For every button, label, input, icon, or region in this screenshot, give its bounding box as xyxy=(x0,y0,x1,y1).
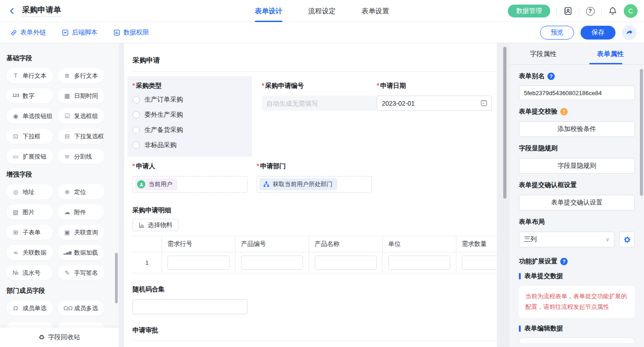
cell-input[interactable] xyxy=(388,256,450,270)
sidebar-item[interactable]: ☁附件 xyxy=(58,205,104,220)
table-cell xyxy=(162,252,236,273)
form-external-link-button[interactable]: 表单外链 xyxy=(10,28,46,37)
sidebar-item[interactable]: Ω成员单选 xyxy=(6,301,53,316)
help-badge-icon[interactable]: ? xyxy=(560,258,568,265)
separator xyxy=(556,7,557,15)
add-validation-button[interactable]: 添加校验条件 xyxy=(519,121,635,137)
approval-section-title: 申请审批 xyxy=(132,326,489,335)
form-design-canvas[interactable]: 采购申请 *采购类型 生产订单采购委外生产采购生产备货采购非标品采购 *采购申请… xyxy=(124,43,497,347)
field-random-code[interactable]: 随机码合集 xyxy=(132,285,497,314)
cell-input[interactable] xyxy=(167,256,230,270)
calendar-icon[interactable] xyxy=(480,99,488,107)
layout-settings-button[interactable] xyxy=(619,232,635,247)
department-chip: 获取当前用户所处部门 xyxy=(259,178,337,190)
sidebar-item[interactable]: ΩΩ成员多选 xyxy=(58,301,104,316)
sidebar-item[interactable]: ◉单选按钮组 xyxy=(6,108,53,124)
address-book-icon[interactable] xyxy=(563,6,573,16)
number-icon: 123 xyxy=(12,94,19,98)
sidebar-item[interactable]: ▦日期时间 xyxy=(58,88,104,103)
field-request-no[interactable]: *采购申请编号 xyxy=(252,76,376,157)
back-button[interactable] xyxy=(4,3,20,19)
data-permission-icon xyxy=(113,29,121,36)
radio-option[interactable]: 生产备货采购 xyxy=(132,126,247,134)
sidebar-item-label: 手写签名 xyxy=(74,269,98,277)
field-recycle-bin-button[interactable]: ♻ 字段回收站 xyxy=(0,328,119,347)
confirm-box-button[interactable]: 表单提交确认设置 xyxy=(519,195,635,210)
save-button[interactable]: 保存 xyxy=(581,26,615,40)
tab-flow-setting[interactable]: 流程设定 xyxy=(308,0,336,22)
sidebar-item[interactable]: №流水号 xyxy=(6,265,53,280)
radio-circle-icon[interactable] xyxy=(132,126,140,134)
sidebar-item[interactable]: ⊞子表单 xyxy=(6,225,53,240)
sidebar-item[interactable]: ☑复选框组 xyxy=(58,108,104,124)
tab-form-design[interactable]: 表单设计 xyxy=(255,0,282,22)
user-avatar[interactable]: C xyxy=(624,4,638,18)
data-permission-button[interactable]: 数据权限 xyxy=(113,28,149,37)
sidebar-item[interactable]: ≣多行文本 xyxy=(58,68,104,83)
radio-circle-icon[interactable] xyxy=(132,96,140,103)
backend-script-button[interactable]: 后端脚本 xyxy=(62,28,98,37)
random-code-input[interactable] xyxy=(132,299,247,314)
sidebar-item-label: 流水号 xyxy=(23,269,40,277)
form-layout-select[interactable]: 三列 ∨ xyxy=(519,232,615,247)
edit-data-subheader: 表单编辑数据 xyxy=(519,324,635,333)
radio-circle-icon[interactable] xyxy=(132,142,140,149)
sidebar-item[interactable]: ⊕定位 xyxy=(58,184,104,199)
field-applicant[interactable]: *申请人 当前用户 xyxy=(132,162,247,193)
sidebar-item[interactable]: ≡分割线 xyxy=(58,149,104,164)
field-department[interactable]: *申请部门 获取当前用户所处部门 xyxy=(257,162,372,193)
field-purchase-type[interactable]: *采购类型 生产订单采购委外生产采购生产备货采购非标品采购 xyxy=(127,76,252,157)
data-manage-button[interactable]: 数据管理 xyxy=(508,5,550,17)
radio-option[interactable]: 非标品采购 xyxy=(132,141,247,149)
cell-input[interactable] xyxy=(315,256,377,270)
sidebar-item[interactable]: ∞关联数据 xyxy=(6,245,53,260)
active-tab-indicator xyxy=(255,21,282,22)
request-date-input[interactable] xyxy=(377,96,492,111)
sidebar-group-title: 部门成员字段 xyxy=(6,287,112,295)
sidebar-item[interactable]: ▭扩展按钮 xyxy=(6,149,53,164)
sidebar-item[interactable]: ▂▄▆数据加载 xyxy=(58,245,104,260)
sidebar-item[interactable]: ✎手写签名 xyxy=(58,265,104,280)
form-title-editor[interactable]: 采购申请单 xyxy=(22,5,61,17)
cell-input[interactable] xyxy=(462,256,497,270)
form-alias-input[interactable] xyxy=(519,85,635,100)
request-no-input[interactable] xyxy=(262,96,377,111)
table-header-row: 需求行号产品编号产品名称单位需求数量 xyxy=(132,236,497,252)
canvas-scrollbar[interactable] xyxy=(503,47,506,199)
recycle-icon: ♻ xyxy=(39,333,45,341)
radio-option[interactable]: 委外生产采购 xyxy=(132,111,247,119)
tab-form-setting[interactable]: 表单设置 xyxy=(362,0,389,22)
notification-bell-icon[interactable] xyxy=(608,6,618,16)
section-divider xyxy=(132,340,497,341)
radio-option[interactable]: 生产订单采购 xyxy=(132,96,247,104)
select-material-button[interactable]: 选择物料 xyxy=(132,219,178,231)
flow-form-warning: 当前为流程表单，表单提交功能扩展的配置，请前往流程发起节点属性 xyxy=(519,286,635,318)
radio-circle-icon[interactable] xyxy=(132,111,140,119)
warning-badge-icon[interactable]: ! xyxy=(560,108,568,115)
help-icon[interactable]: ? xyxy=(585,6,595,16)
tab-form-properties[interactable]: 表单属性 xyxy=(577,43,644,64)
confirm-box-label: 表单提交确认框设置 xyxy=(519,181,635,189)
sidebar-item[interactable]: T单行文本 xyxy=(6,68,53,83)
sidebar-item[interactable]: ▧图片 xyxy=(6,205,53,220)
column-header: 产品名称 xyxy=(309,236,383,252)
field-request-date[interactable]: *申请日期 xyxy=(376,76,497,157)
help-badge-icon[interactable]: ? xyxy=(547,73,555,80)
department-picker[interactable]: 获取当前用户所处部门 xyxy=(257,176,372,193)
radio-group-icon: ◉ xyxy=(12,113,19,119)
cell-input[interactable] xyxy=(241,256,303,270)
sidebar-item[interactable]: ◎地址 xyxy=(6,184,53,199)
multi-select-icon: ⊟ xyxy=(63,133,71,140)
sidebar-scrollbar[interactable] xyxy=(115,253,118,303)
preview-button[interactable]: 预览 xyxy=(540,26,574,40)
applicant-picker[interactable]: 当前用户 xyxy=(132,176,247,193)
visibility-rules-button[interactable]: 字段显隐规则 xyxy=(519,158,635,174)
share-button[interactable] xyxy=(622,25,637,40)
sidebar-item[interactable]: ⊟下拉复选框 xyxy=(58,129,104,144)
tab-field-properties[interactable]: 字段属性 xyxy=(510,43,577,64)
panel-scrollbar[interactable] xyxy=(640,69,643,196)
sidebar-item[interactable]: 123数字 xyxy=(6,88,53,103)
extension-settings-label: 功能扩展设置 ? xyxy=(519,257,635,266)
sidebar-item[interactable]: ⊡下拉框 xyxy=(6,129,53,144)
sidebar-item[interactable]: ▣关联查询 xyxy=(58,225,104,240)
